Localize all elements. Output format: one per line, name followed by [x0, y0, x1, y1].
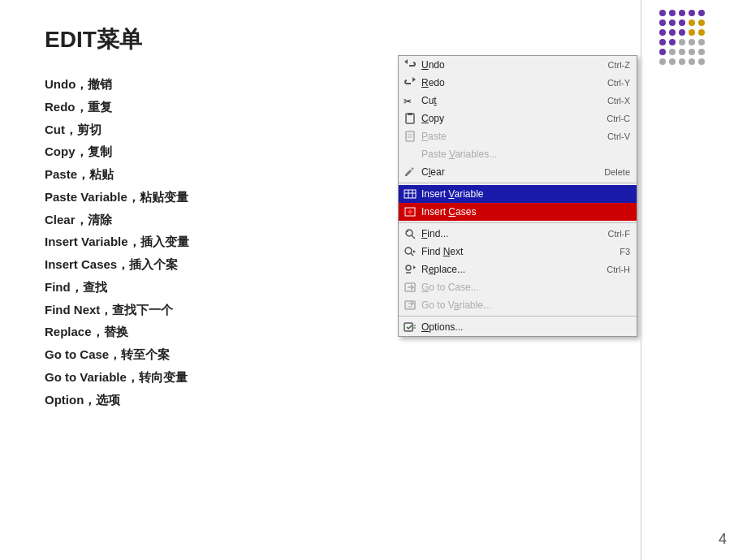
- menu-item[interactable]: UndoCtrl-Z: [399, 56, 637, 74]
- menu-item-label: Replace...: [421, 264, 607, 275]
- menu-shortcut: Ctrl-V: [607, 131, 630, 141]
- menu-item[interactable]: Insert Cases: [399, 203, 637, 221]
- decorative-dot: [698, 10, 705, 16]
- menu-item[interactable]: ClearDelete: [399, 163, 637, 181]
- vertical-divider: [641, 0, 641, 560]
- menu-separator: [399, 316, 637, 317]
- list-item: Cut，剪切: [45, 118, 189, 141]
- menu-item[interactable]: Find...Ctrl-F: [399, 225, 637, 243]
- list-item: Copy，复制: [45, 140, 189, 163]
- decorative-dot: [669, 58, 676, 65]
- decorative-dot: [679, 49, 685, 55]
- menu-item-label: Find...: [421, 228, 608, 239]
- list-item: Go to Variable，转向变量: [45, 366, 189, 389]
- menu-icon-options...: [402, 320, 418, 334]
- svg-line-14: [412, 235, 415, 239]
- list-item: Insert Cases，插入个案: [45, 253, 189, 276]
- decorative-dot: [659, 49, 666, 55]
- menu-item-label: Options...: [421, 321, 630, 333]
- menu-shortcut: Ctrl-X: [607, 96, 630, 106]
- svg-text:✂: ✂: [404, 96, 412, 106]
- decorative-dot: [669, 29, 676, 36]
- menu-icon-go-to-variable...: [402, 298, 418, 312]
- menu-item[interactable]: RedoCtrl-Y: [399, 74, 637, 92]
- menu-separator: [399, 183, 637, 183]
- menu-description-list: Undo，撤销Redo，重复Cut，剪切Copy，复制Paste，粘贴Paste…: [45, 73, 189, 411]
- menu-item[interactable]: Go to Case...: [399, 278, 637, 296]
- menu-icon-clear: [402, 165, 418, 179]
- menu-screenshot: UndoCtrl-ZRedoCtrl-Y✂CutCtrl-XCopyCtrl-C…: [398, 55, 637, 337]
- menu-item-label: Insert Variable: [421, 188, 630, 200]
- list-item: Find，查找: [45, 276, 189, 299]
- decorative-dot: [689, 49, 695, 55]
- list-item: Go to Case，转至个案: [45, 343, 189, 366]
- svg-rect-24: [404, 323, 412, 331]
- menu-shortcut: Ctrl-Y: [607, 78, 630, 88]
- menu-item-label: Find Next: [421, 246, 620, 257]
- menu-icon-paste: [402, 129, 418, 144]
- svg-point-15: [407, 230, 408, 232]
- menu-item[interactable]: ✂CutCtrl-X: [399, 92, 637, 110]
- decorative-dot: [669, 10, 676, 16]
- decorative-dot: [679, 39, 685, 45]
- svg-point-18: [406, 265, 411, 270]
- decorative-dot: [669, 49, 676, 55]
- decorative-dot: [679, 19, 685, 26]
- menu-icon-replace...: [402, 262, 418, 277]
- decorative-dot: [679, 29, 685, 36]
- decorative-dot: [659, 29, 666, 36]
- menu-shortcut: Ctrl-Z: [608, 60, 631, 70]
- decorative-dot: [689, 39, 695, 45]
- list-item: Paste，粘贴: [45, 163, 189, 186]
- menu-item-label: Paste: [421, 131, 607, 142]
- menu-icon-undo: [402, 58, 418, 72]
- menu-item[interactable]: Insert Variable: [399, 185, 637, 203]
- menu-item-label: Go to Case...: [421, 282, 630, 293]
- menu-item[interactable]: Paste Variables...: [399, 145, 637, 163]
- menu-item[interactable]: PasteCtrl-V: [399, 127, 637, 145]
- decorative-dot: [689, 58, 695, 65]
- menu-item-label: Copy: [421, 113, 607, 124]
- menu-shortcut: F3: [620, 247, 630, 256]
- menu-icon-copy: [402, 111, 418, 126]
- decorative-dot: [689, 29, 695, 36]
- menu-icon-go-to-case...: [402, 280, 418, 295]
- decorative-dot: [689, 19, 695, 26]
- menu-item[interactable]: Find NextF3: [399, 243, 637, 261]
- decorative-dot: [659, 10, 666, 16]
- menu-icon-paste-variables...: [402, 147, 418, 162]
- decorative-dot: [698, 29, 705, 36]
- menu-shortcut: Delete: [604, 167, 630, 177]
- menu-item-label: Go to Variable...: [421, 299, 630, 311]
- list-item: Paste Variable，粘贴变量: [45, 186, 189, 209]
- menu-shortcut: Ctrl-H: [607, 265, 630, 274]
- page-title: EDIT菜单: [45, 24, 142, 55]
- list-item: Find Next，查找下一个: [45, 299, 189, 321]
- menu-icon-insert-variable: [402, 187, 418, 201]
- menu-item[interactable]: CopyCtrl-C: [399, 110, 637, 127]
- svg-rect-6: [404, 190, 416, 198]
- decorative-dot: [698, 49, 705, 55]
- decorative-dot: [689, 10, 695, 16]
- menu-item[interactable]: Replace...Ctrl-H: [399, 261, 637, 278]
- menu-shortcut: Ctrl-F: [608, 229, 631, 239]
- svg-point-16: [405, 248, 412, 254]
- svg-line-17: [411, 253, 413, 256]
- menu-item[interactable]: Go to Variable...: [399, 296, 637, 314]
- decorative-dot: [698, 19, 705, 26]
- menu-icon-find...: [402, 226, 418, 241]
- menu-icon-find-next: [402, 244, 418, 259]
- decorative-dot: [659, 39, 666, 45]
- page-number: 4: [719, 531, 727, 548]
- menu-item[interactable]: Options...: [399, 318, 637, 336]
- svg-rect-2: [408, 113, 412, 115]
- decorative-dot: [679, 58, 685, 65]
- decorative-dot: [669, 19, 676, 26]
- list-item: Option，选项: [45, 389, 189, 411]
- svg-rect-3: [406, 131, 414, 141]
- decorative-dot: [659, 58, 666, 65]
- list-item: Redo，重复: [45, 96, 189, 118]
- decorative-dot: [698, 39, 705, 45]
- svg-rect-21: [405, 301, 415, 309]
- list-item: Replace，替换: [45, 321, 189, 343]
